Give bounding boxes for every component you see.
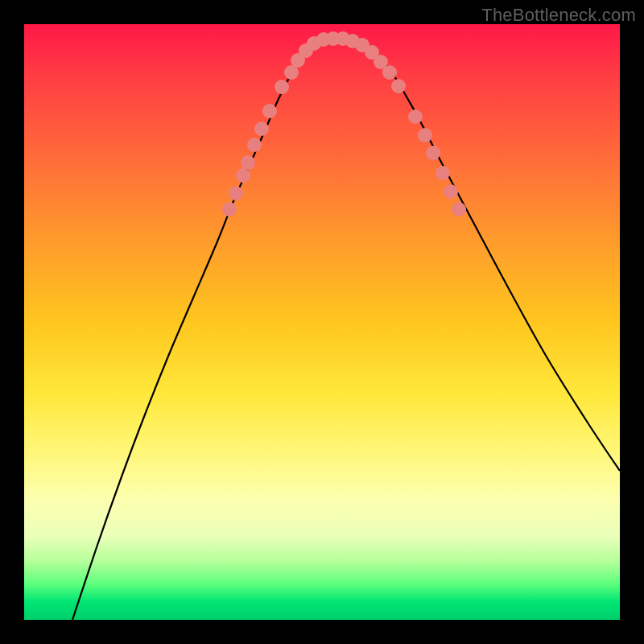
marker-group bbox=[222, 31, 466, 217]
data-point-marker bbox=[222, 202, 237, 217]
data-point-marker bbox=[391, 79, 406, 93]
data-point-marker bbox=[382, 65, 397, 80]
curve-group bbox=[72, 38, 620, 620]
data-point-marker bbox=[426, 146, 440, 160]
chart-svg bbox=[24, 24, 620, 620]
data-point-marker bbox=[229, 186, 243, 200]
bottleneck-curve bbox=[72, 38, 620, 620]
data-point-marker bbox=[241, 155, 255, 170]
data-point-marker bbox=[247, 138, 262, 152]
data-point-marker bbox=[262, 104, 277, 118]
data-point-marker bbox=[444, 184, 458, 199]
chart-plot-area bbox=[24, 24, 620, 620]
data-point-marker bbox=[452, 202, 466, 217]
watermark-text: TheBottleneck.com bbox=[481, 5, 636, 26]
data-point-marker bbox=[254, 122, 269, 136]
data-point-marker bbox=[275, 80, 289, 94]
data-point-marker bbox=[236, 168, 250, 183]
chart-frame: TheBottleneck.com bbox=[0, 0, 644, 644]
data-point-marker bbox=[436, 166, 450, 180]
data-point-marker bbox=[408, 109, 423, 124]
data-point-marker bbox=[418, 128, 432, 142]
